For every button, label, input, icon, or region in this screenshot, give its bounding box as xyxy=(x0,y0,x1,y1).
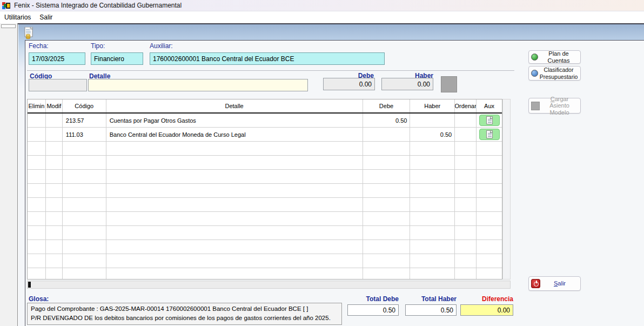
table-horizontal-scrollbar[interactable] xyxy=(27,281,511,289)
cell-ordenar xyxy=(455,254,477,268)
table-row[interactable] xyxy=(28,212,502,226)
total-haber-label: Total Haber xyxy=(405,295,457,303)
header-modif[interactable]: Modif xyxy=(46,99,63,112)
menu-utilitarios[interactable]: Utilitarios xyxy=(0,12,35,23)
left-toolbar-strip xyxy=(0,23,18,326)
table-row[interactable] xyxy=(28,198,502,212)
title-bar: Fenix - Sistema Integrado de Contabilida… xyxy=(0,0,644,11)
aux-notepad-button[interactable] xyxy=(479,115,500,126)
cell-debe xyxy=(363,170,411,183)
entry-action-button[interactable] xyxy=(441,76,457,92)
cargar-asiento-modelo-button: Cargar Asiento Modelo xyxy=(528,98,581,114)
cell-haber xyxy=(410,184,455,197)
cell-elimin xyxy=(28,198,46,211)
table-row[interactable]: 111.03Banco Central del Ecuador Moneda d… xyxy=(28,128,502,142)
tipo-label: Tipo: xyxy=(91,42,105,50)
cell-debe xyxy=(363,268,411,280)
cell-modif xyxy=(46,212,63,225)
salir-label: Salir xyxy=(541,280,578,287)
header-aux[interactable]: Aux xyxy=(477,99,502,112)
cell-modif xyxy=(46,184,63,197)
cell-modif xyxy=(46,156,63,169)
haber-input[interactable]: 0.00 xyxy=(381,78,433,90)
cell-detalle xyxy=(106,170,363,183)
cell-ordenar xyxy=(455,198,477,211)
cell-haber xyxy=(410,268,455,280)
table-row[interactable] xyxy=(28,184,502,198)
header-codigo[interactable]: Código xyxy=(63,99,106,112)
glosa-line1: Pago del Comprobante : GAS-2025-MAR-0001… xyxy=(31,304,338,314)
cell-haber xyxy=(410,212,455,225)
cell-haber xyxy=(410,254,455,268)
cell-aux xyxy=(477,128,502,141)
cell-aux xyxy=(477,198,502,211)
cell-detalle xyxy=(106,198,363,211)
codigo-input[interactable] xyxy=(29,79,87,91)
tipo-input[interactable]: Financiero xyxy=(91,52,143,65)
cell-aux xyxy=(477,240,502,254)
header-haber[interactable]: Haber xyxy=(410,99,455,112)
cargar-asiento-label: Cargar Asiento Modelo xyxy=(541,96,578,116)
cell-haber xyxy=(410,156,455,169)
cell-detalle xyxy=(106,212,363,225)
fecha-input[interactable]: 17/03/2025 xyxy=(29,52,85,65)
header-detalle[interactable]: Detalle xyxy=(106,99,363,112)
total-haber-value: 0.50 xyxy=(405,304,457,316)
cell-aux xyxy=(477,212,502,225)
aux-notepad-button[interactable] xyxy=(479,129,500,140)
total-debe-label: Total Debe xyxy=(347,295,399,303)
cell-ordenar xyxy=(455,128,477,141)
application-window: Fenix - Sistema Integrado de Contabilida… xyxy=(0,0,644,326)
cell-elimin xyxy=(28,114,46,127)
cell-debe xyxy=(363,240,411,254)
cell-elimin xyxy=(28,212,46,225)
toolbar-grip[interactable] xyxy=(1,24,16,28)
detalle-input[interactable] xyxy=(88,79,308,91)
cell-haber: 0.50 xyxy=(410,128,455,141)
header-debe[interactable]: Debe xyxy=(363,99,411,112)
cell-haber xyxy=(410,114,455,127)
table-body: 213.57Cuentas por Pagar Otros Gastos0.50… xyxy=(28,114,502,280)
table-vertical-scrollbar[interactable] xyxy=(502,99,511,280)
clasificador-presupuestario-button[interactable]: Clasificador Presupuestario xyxy=(528,66,581,81)
cell-modif xyxy=(46,268,63,280)
cell-codigo xyxy=(63,198,106,211)
cell-codigo: 213.57 xyxy=(63,114,106,127)
table-row[interactable] xyxy=(28,254,502,268)
debe-input[interactable]: 0.00 xyxy=(323,78,375,90)
cell-detalle xyxy=(106,156,363,169)
header-elimin[interactable]: Elimin xyxy=(28,99,46,112)
menu-salir[interactable]: Salir xyxy=(35,12,57,23)
cell-codigo xyxy=(63,212,106,225)
notepad-icon xyxy=(486,130,493,138)
window-title: Fenix - Sistema Integrado de Contabilida… xyxy=(14,2,182,9)
cell-modif xyxy=(46,170,63,183)
cell-ordenar xyxy=(455,156,477,169)
table-row[interactable] xyxy=(28,268,502,280)
salir-button[interactable]: Salir xyxy=(528,276,581,291)
glosa-line2: P/R DEVENGADO DE los debitos bancarios p… xyxy=(31,314,338,323)
diferencia-label: Diferencia xyxy=(460,295,513,303)
cell-debe xyxy=(363,198,411,211)
diferencia-value: 0.00 xyxy=(460,304,513,316)
cell-elimin xyxy=(28,254,46,268)
table-row[interactable] xyxy=(28,156,502,170)
table-row[interactable]: 213.57Cuentas por Pagar Otros Gastos0.50 xyxy=(28,114,502,128)
header-ordenar[interactable]: Ordenar xyxy=(455,99,477,112)
scrollbar-thumb[interactable] xyxy=(28,282,31,288)
table-row[interactable] xyxy=(28,226,502,240)
plan-de-cuentas-button[interactable]: Plan de Cuentas xyxy=(528,50,581,64)
table-header-row: Elimin Modif Código Detalle Debe Haber O… xyxy=(28,99,502,114)
glosa-textarea[interactable]: Pago del Comprobante : GAS-2025-MAR-0001… xyxy=(27,303,342,325)
cell-elimin xyxy=(28,128,46,141)
cell-modif xyxy=(46,226,63,239)
table-row[interactable] xyxy=(28,240,502,254)
cell-detalle xyxy=(106,240,363,254)
cell-detalle: Banco Central del Ecuador Moneda de Curs… xyxy=(106,128,363,141)
table-row[interactable] xyxy=(28,142,502,156)
cell-detalle xyxy=(106,268,363,280)
table-row[interactable] xyxy=(28,170,502,184)
plan-de-cuentas-label: Plan de Cuentas xyxy=(539,50,578,64)
auxiliar-input[interactable]: 1760002600001 Banco Central del Ecuador … xyxy=(150,52,385,65)
cell-modif xyxy=(46,128,63,141)
